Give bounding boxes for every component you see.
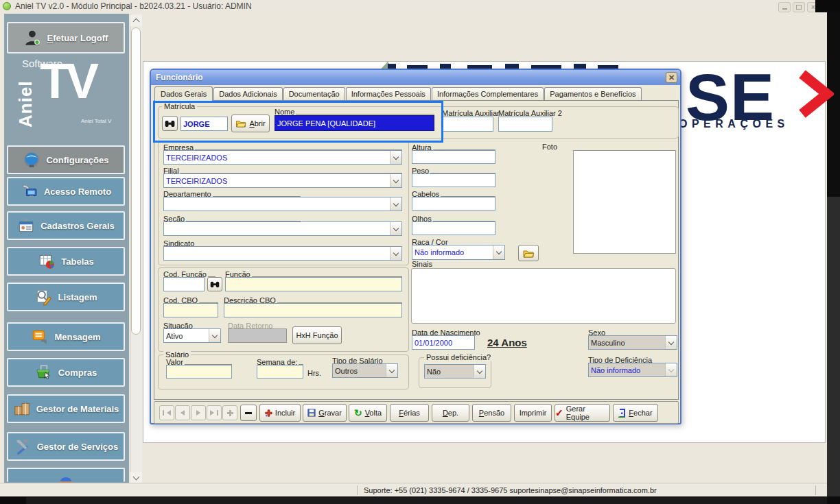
dep-button[interactable]: Dep.	[432, 404, 469, 422]
sidebar-item-mensagem[interactable]: Mensagem	[7, 322, 125, 351]
raca-cor-combo[interactable]: Não informado	[412, 245, 505, 260]
pensao-button[interactable]: Pensão	[472, 404, 511, 422]
peso-input[interactable]	[412, 173, 495, 187]
restore-button[interactable]	[793, 2, 805, 12]
gravar-button[interactable]: Gravar	[303, 404, 347, 422]
fechar-button[interactable]: Fechar	[613, 404, 658, 422]
app-window: Aniel TV v2.0 - Módulo Principal - b2024…	[0, 0, 840, 504]
sidebar-item-gestor-materiais[interactable]: Gestor de Materiais	[7, 394, 125, 423]
boxes-icon	[13, 400, 31, 418]
sidebar-item-gestor-servicos[interactable]: Gestor de Serviços	[7, 432, 125, 461]
scroll-up-button[interactable]	[130, 15, 142, 26]
sidebar-item-compras[interactable]: Compras	[7, 358, 125, 387]
imprimir-button[interactable]: Imprimir	[514, 404, 552, 422]
tab-informacoes-pessoais[interactable]: Informações Pessoais	[346, 87, 431, 100]
secao-combo[interactable]	[163, 221, 402, 236]
funcionario-dialog: Funcionário ✕ Dados Gerais Dados Adicion…	[150, 69, 681, 424]
tab-dados-gerais[interactable]: Dados Gerais	[154, 86, 213, 101]
volta-button[interactable]: ↻ Volta	[349, 404, 387, 422]
chevron-down-icon[interactable]	[386, 364, 397, 377]
first-record-button	[159, 405, 174, 420]
sidebar-item-acesso-remoto[interactable]: Acesso Remoto	[7, 177, 125, 206]
sidebar-item-tabelas[interactable]: Tabelas	[7, 247, 125, 276]
semana-input[interactable]	[257, 365, 303, 379]
statusbar-divider	[815, 485, 816, 495]
tab-documentacao[interactable]: Documentação	[283, 87, 345, 100]
data-nascimento-input[interactable]: 01/01/2000	[412, 335, 475, 350]
sidebar-item-label: Gestor de Serviços	[37, 442, 119, 452]
tab-dados-adicionais[interactable]: Dados Adicionais	[213, 87, 282, 100]
matricula-auxiliar-input[interactable]	[442, 117, 493, 132]
sidebar-item-configuracoes[interactable]: Configurações	[7, 145, 125, 174]
brand-tagline: Aniel Total V	[81, 118, 111, 124]
gerar-equipe-button[interactable]: ✓ Gerar Equipe	[555, 404, 610, 422]
cabelos-input[interactable]	[412, 197, 495, 211]
situacao-combo[interactable]: Ativo	[163, 328, 221, 343]
tab-informacoes-complementares[interactable]: Informações Complementares	[432, 87, 544, 100]
minimize-button[interactable]	[778, 2, 791, 12]
idade-text: 24 Anos	[487, 337, 527, 348]
valor-input[interactable]	[166, 365, 232, 379]
funcao-input[interactable]	[225, 277, 402, 291]
incluir-button[interactable]: Incluir	[259, 404, 301, 422]
chevron-down-icon[interactable]	[390, 197, 401, 211]
statusbar-divider	[357, 485, 358, 495]
scroll-down-button[interactable]	[130, 472, 142, 483]
tipo-salario-combo[interactable]: Outros	[332, 363, 398, 378]
sindicato-combo[interactable]	[163, 246, 402, 261]
hxh-funcao-button[interactable]: HxH Função	[292, 326, 342, 344]
chevron-down-icon[interactable]	[390, 151, 401, 164]
logoff-button[interactable]: Efetuar Logoff	[7, 22, 125, 53]
nome-input[interactable]: JORGE PENA [QUALIDADE]	[275, 115, 434, 131]
check-icon: ✓	[555, 408, 563, 418]
deficiencia-combo[interactable]: Não	[424, 364, 486, 379]
plus-icon	[227, 410, 233, 416]
search-funcao-button[interactable]	[207, 277, 222, 291]
open-foto-button[interactable]	[518, 245, 539, 261]
last-record-button	[207, 405, 222, 420]
departamento-combo[interactable]	[163, 197, 402, 211]
sidebar-item-cadastros-gerais[interactable]: Cadastros Gerais	[7, 211, 125, 240]
matricula-input[interactable]: JORGE	[180, 117, 228, 131]
sinapse-logo-subtext: OPERAÇÕES	[679, 118, 789, 130]
window-controls: ×	[778, 2, 819, 12]
altura-input[interactable]	[412, 150, 495, 164]
foto-label: Foto	[542, 143, 557, 151]
chevron-down-icon[interactable]	[493, 245, 504, 259]
chevron-down-icon[interactable]	[390, 222, 401, 235]
chevron-down-icon[interactable]	[390, 247, 401, 260]
dialog-close-button[interactable]: ✕	[666, 72, 677, 83]
cod-funcao-input[interactable]	[163, 277, 205, 291]
chevron-down-icon[interactable]	[209, 329, 220, 342]
cod-cbo-input[interactable]	[163, 303, 218, 317]
sidebar-item-partial[interactable]	[7, 468, 125, 482]
sinais-textarea[interactable]	[411, 268, 676, 324]
person-icon	[24, 29, 42, 47]
empresa-combo[interactable]: TERCEIRIZADOS	[163, 150, 402, 165]
olhos-input[interactable]	[412, 221, 495, 235]
sexo-combo[interactable]: Masculino	[588, 335, 677, 350]
filial-combo[interactable]: TERCEIRIZADOS	[163, 173, 402, 188]
sidebar-item-label: Mensagem	[54, 332, 100, 342]
add-icon	[265, 409, 272, 417]
insert-record-button	[222, 405, 237, 420]
delete-record-button[interactable]	[240, 405, 257, 421]
sidebar-item-label: Cadastros Gerais	[40, 221, 115, 231]
brand-aniel-text: Aniel	[15, 80, 36, 128]
chevron-down-icon[interactable]	[390, 174, 401, 187]
sidebar-item-listagem[interactable]: Listagem	[7, 283, 125, 311]
dialog-title: Funcionário	[156, 73, 203, 82]
message-icon	[31, 328, 49, 346]
matricula-auxiliar2-input[interactable]	[498, 117, 552, 132]
window-title: Aniel TV v2.0 - Módulo Principal - b2024…	[15, 1, 252, 11]
scrollbar-thumb[interactable]	[131, 27, 141, 335]
search-matricula-button[interactable]	[162, 116, 178, 131]
prior-record-button	[175, 405, 190, 420]
tipo-deficiencia-combo: Não informado	[588, 363, 677, 377]
tab-pagamentos-beneficios[interactable]: Pagamentos e Benefícios	[544, 87, 641, 100]
chevron-down-icon[interactable]	[665, 336, 677, 349]
abrir-button[interactable]: Abrir	[231, 115, 270, 132]
chevron-down-icon[interactable]	[474, 365, 485, 378]
ferias-button[interactable]: Férias	[390, 404, 429, 422]
descricao-cbo-input[interactable]	[224, 303, 402, 317]
